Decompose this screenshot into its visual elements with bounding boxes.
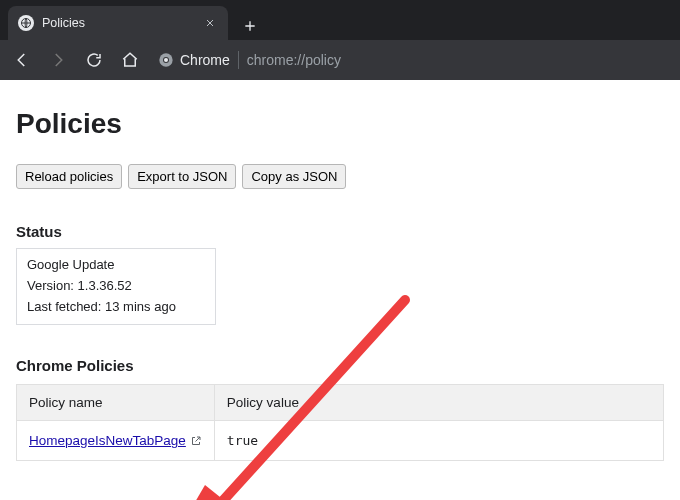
home-button[interactable]: [116, 46, 144, 74]
status-version: Version: 1.3.36.52: [27, 278, 205, 293]
col-policy-value: Policy value: [214, 385, 663, 421]
browser-tab[interactable]: Policies: [8, 6, 228, 40]
omnibox-separator: [238, 51, 239, 69]
close-icon[interactable]: [202, 15, 218, 31]
copy-json-button[interactable]: Copy as JSON: [242, 164, 346, 189]
browser-chrome: Policies Chrome chrome://policy: [0, 0, 680, 80]
reload-policies-button[interactable]: Reload policies: [16, 164, 122, 189]
policies-table: Policy name Policy value HomepageIsNewTa…: [16, 384, 664, 461]
site-identity: Chrome: [158, 52, 230, 68]
site-label: Chrome: [180, 52, 230, 68]
browser-toolbar: Chrome chrome://policy: [0, 40, 680, 80]
external-link-icon: [190, 435, 202, 447]
col-policy-name: Policy name: [17, 385, 215, 421]
status-card: Google Update Version: 1.3.36.52 Last fe…: [16, 248, 216, 325]
table-row: HomepageIsNewTabPage true: [17, 421, 664, 461]
policy-name-link[interactable]: HomepageIsNewTabPage: [29, 433, 202, 448]
page-title: Policies: [16, 108, 664, 140]
reload-button[interactable]: [80, 46, 108, 74]
status-last-fetched: Last fetched: 13 mins ago: [27, 299, 205, 314]
globe-icon: [18, 15, 34, 31]
export-json-button[interactable]: Export to JSON: [128, 164, 236, 189]
tab-strip: Policies: [0, 0, 680, 40]
status-heading: Status: [16, 223, 664, 240]
back-button[interactable]: [8, 46, 36, 74]
address-bar[interactable]: Chrome chrome://policy: [152, 51, 347, 69]
page-content: Policies Reload policies Export to JSON …: [0, 80, 680, 461]
status-product: Google Update: [27, 257, 205, 272]
svg-point-3: [164, 58, 168, 62]
policy-value: true: [227, 433, 258, 448]
forward-button: [44, 46, 72, 74]
policy-name-text: HomepageIsNewTabPage: [29, 433, 186, 448]
tab-title: Policies: [42, 16, 194, 30]
new-tab-button[interactable]: [236, 12, 264, 40]
action-buttons: Reload policies Export to JSON Copy as J…: [16, 164, 664, 189]
url-text: chrome://policy: [247, 52, 341, 68]
svg-marker-5: [170, 485, 230, 500]
chrome-icon: [158, 52, 174, 68]
policies-heading: Chrome Policies: [16, 357, 664, 374]
